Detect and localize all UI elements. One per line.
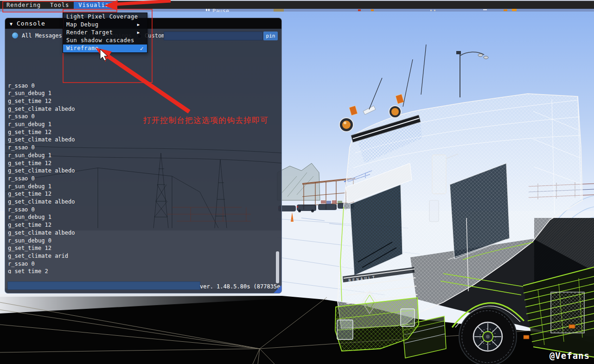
console-log-line: r_sun_debug 1: [8, 213, 274, 221]
console-log-line: g_set_climate albedo: [8, 167, 274, 175]
mirror: [429, 200, 439, 222]
console-log-line: g_set_time 12: [8, 244, 274, 252]
console-window[interactable]: ▼Console All Messages Errors & Warnings …: [5, 18, 282, 294]
pause-icon-fragment: [206, 9, 207, 11]
console-title: Console: [17, 20, 45, 27]
filter-all-messages[interactable]: All Messages: [22, 32, 62, 39]
dropdown-item[interactable]: Map Debug ▶ ✓: [63, 21, 147, 29]
console-resize-grip[interactable]: [274, 285, 281, 293]
submenu-arrow-icon: ▶: [137, 21, 140, 29]
console-log-line: r_sun_debug 1: [8, 152, 274, 160]
console-log-line: g_set_time 2: [8, 268, 274, 274]
front-wheel: [459, 308, 517, 364]
console-log-line: g_set_climate albedo: [8, 136, 274, 144]
console-log-line: g_set_climate albedo: [8, 105, 274, 113]
dropdown-item[interactable]: Sun shadow cascades ▶ ✓: [63, 37, 147, 45]
visualize-dropdown-menu: Light Pixel Coverage ▶ ✓ Map Debug ▶ ✓ R…: [63, 13, 147, 53]
dropdown-item[interactable]: Render Target ▶ ✓: [63, 29, 147, 37]
dev-menu-bar: RenderingToolsVisualize: [0, 1, 594, 9]
console-log-line: r_sun_debug 1: [8, 183, 274, 191]
console-log-line: r_ssao 0: [8, 260, 274, 268]
console-log-line: r_sun_debug 1: [8, 89, 274, 97]
window-top-edge: [0, 0, 594, 1]
console-log-line: r_sun_debug 0: [8, 237, 274, 245]
menu-item[interactable]: Rendering: [2, 1, 45, 9]
console-log-line: g_set_climate albedo: [8, 229, 274, 237]
console-scrollbar-thumb[interactable]: [276, 251, 279, 283]
menu-item[interactable]: Tools: [45, 1, 74, 9]
collapse-icon[interactable]: ▼: [10, 21, 13, 26]
menu-item[interactable]: Visualize: [74, 1, 117, 9]
filter-custom[interactable]: Custom: [145, 32, 165, 39]
console-log-line: g_set_climate albedo: [8, 198, 274, 206]
console-log-line: g_set_time 12: [8, 221, 274, 229]
console-filter-input[interactable]: [164, 32, 263, 40]
orange-reflector: [524, 335, 529, 339]
console-log-line: g_set_time 12: [8, 190, 274, 198]
all-messages-radio-icon[interactable]: [12, 32, 18, 38]
console-log-line: g_set_time 12: [8, 160, 274, 167]
orange-reflector: [569, 325, 575, 328]
console-log-line: r_ssao 0: [8, 144, 274, 152]
console-log-line: r_ssao 0: [8, 175, 274, 183]
console-log-line: g_set_time 12: [8, 97, 274, 105]
console-log-line: r_ssao 0: [8, 206, 274, 214]
console-log-line: r_sun_debug 1: [8, 121, 274, 128]
submenu-arrow-icon: ▶: [137, 29, 140, 37]
checkmark-icon: ✓: [140, 45, 144, 52]
dropdown-item[interactable]: Wireframe ▶ ✓: [63, 45, 147, 52]
console-command-input[interactable]: [7, 281, 200, 290]
pin-button[interactable]: pin: [263, 32, 278, 40]
version-text: ver. 1.48.5.80s (877835e66: [200, 283, 281, 290]
console-log-line: g_set_time 12: [8, 128, 274, 136]
headlight: [337, 320, 353, 339]
console-log-line: g_set_climate arid: [8, 252, 274, 260]
dropdown-item[interactable]: Light Pixel Coverage ▶ ✓: [63, 13, 147, 21]
watermark: @Vefans: [549, 351, 590, 361]
console-log: r_ssao 0r_sun_debug 1g_set_time 12g_set_…: [8, 43, 274, 274]
headlight: [401, 309, 415, 326]
console-log-line: r_ssao 0: [8, 82, 274, 90]
console-log-line: r_ssao 0: [8, 113, 274, 121]
